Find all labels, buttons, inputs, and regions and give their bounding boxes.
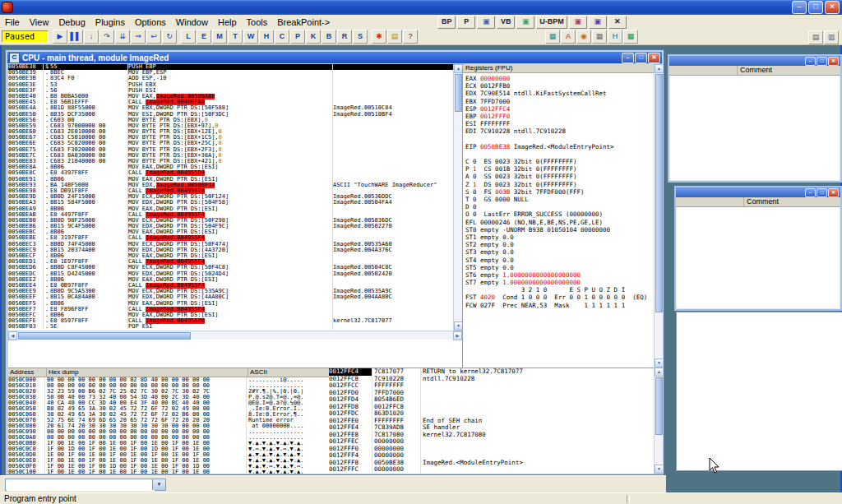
disasm-row[interactable]: 0050BE59.C683 97000000 00MOV BYTE PTR DS…: [8, 123, 453, 129]
breakpoint-red-icon[interactable]: ✱: [372, 30, 386, 44]
disasm-row[interactable]: 0050BE8C.E8 4397F8FFCALL ImageRed.004955…: [8, 170, 453, 176]
disasm-row[interactable]: 0050BEAB.E8 4497F8FFCALL ImageRed.004955…: [8, 212, 453, 218]
dump-row[interactable]: 0050C0E01F 00 1E 00 1F 00 1E 00 1F 00 1E…: [8, 458, 329, 464]
register-row[interactable]: EBX 7FFD7000: [465, 98, 655, 105]
dump-row[interactable]: 0050C0A000 00 00 00 00 00 00 00 00 00 00…: [8, 435, 329, 441]
bp-window-icon[interactable]: ▣: [477, 16, 495, 29]
comment-window-2-body[interactable]: [677, 207, 840, 308]
stack-scroll-thumb[interactable]: [655, 377, 663, 435]
vb-button[interactable]: VB: [497, 16, 515, 29]
dump-row[interactable]: 0050C09000 00 00 00 00 00 00 00 00 00 00…: [8, 429, 329, 435]
stack-row[interactable]: 0012FFEC00000000: [329, 438, 654, 446]
window-list-icon[interactable]: ▤: [808, 30, 823, 44]
disasm-row[interactable]: 0050BE98.E8 DB91F8FFCALL ImageRed.004950…: [8, 188, 453, 194]
maximize-button[interactable]: □: [808, 1, 823, 14]
menu-debug[interactable]: Debug: [53, 16, 90, 28]
window-tile-icon[interactable]: ▥: [824, 30, 839, 44]
menu-tools[interactable]: Tools: [242, 16, 273, 28]
help-icon[interactable]: ?: [403, 30, 418, 44]
register-row[interactable]: [465, 150, 655, 158]
ubpm-button[interactable]: U-BPM: [536, 16, 567, 29]
disasm-row[interactable]: 0050BE9D.8B0D 24F15000MOV ECX,DWORD PTR …: [8, 194, 453, 200]
animate-into-icon[interactable]: ⇊: [115, 30, 130, 44]
disasm-row[interactable]: 0050BE6E.C683 5C020000 00MOV BYTE PTR DS…: [8, 141, 453, 146]
cpu-minimize-button[interactable]: –: [622, 53, 634, 63]
menu-window[interactable]: Window: [171, 16, 213, 28]
stack-row[interactable]: 0012FFF80050BE38ImageRed.<ModuleEntryPoi…: [329, 460, 654, 467]
disasm-row[interactable]: 0050BE67.C683 C5010000 00MOV BYTE PTR DS…: [8, 135, 453, 141]
disasm-row[interactable]: 0050BED1.E8 1E97F8FFCALL ImageRed.004955…: [8, 259, 453, 265]
disasm-row[interactable]: 0050BE4A.8B1D 88F55000MOV EBX,DWORD PTR …: [8, 105, 453, 111]
rw2-restore-button[interactable]: □: [817, 188, 827, 197]
dump-row[interactable]: 0050C0F01F 00 1E 00 1F 00 1D 00 1F 00 1E…: [8, 464, 329, 469]
disasm-row[interactable]: 0050BE3B.83C4 F0ADD ESP,-10: [8, 76, 453, 81]
run-icon[interactable]: ▶: [53, 30, 67, 44]
tool-grid-teal-icon[interactable]: ▦: [545, 30, 560, 44]
registers-pane[interactable]: Registers (FPU) EAX 00000000ECX 0012FFB0…: [462, 64, 655, 368]
disasm-row[interactable]: 0050BEFE.E8 8597F8FFCALL ImageRed.004956…: [8, 318, 453, 324]
register-row[interactable]: D 0: [465, 203, 655, 210]
stack-pane[interactable]: 0012FFC47C817077RETURN to kernel32.7C817…: [329, 368, 654, 474]
dump-row[interactable]: 0050C02032 23 59 00 B6 02 7C 25 02 7C 30…: [8, 389, 329, 395]
window-h-button[interactable]: H: [259, 30, 274, 44]
dump-row[interactable]: 0050C06038 02 49 65 3A 30 02 45 72 72 6F…: [8, 412, 329, 418]
disasm-row[interactable]: 0050BE3E.53PUSH EBX: [8, 82, 453, 88]
dump-row[interactable]: 0050C00000 00 00 00 00 00 00 00 02 8D 40…: [8, 377, 329, 383]
register-row[interactable]: ST3 empty 0.0: [465, 248, 655, 256]
comment-column-header[interactable]: Comment: [744, 197, 840, 206]
dump-row[interactable]: 0050C01000 00 00 00 00 00 00 00 00 00 00…: [8, 383, 329, 389]
stack-row[interactable]: 0012FFF400000000: [329, 452, 654, 460]
disasm-row[interactable]: 0050BEFC.8B06MOV EAX,DWORD PTR DS:[ESI]: [8, 312, 453, 318]
comment-window-1-body[interactable]: [670, 76, 840, 180]
disasm-row[interactable]: 0050BECF.8B06MOV EAX,DWORD PTR DS:[ESI]: [8, 253, 453, 259]
register-row[interactable]: FCW 027F Prec NEAR,53 Mask 1 1 1 1 1 1: [465, 302, 655, 309]
disasm-row[interactable]: 0050BEA3.8B15 584F5000MOV EDX,DWORD PTR …: [8, 200, 453, 206]
register-row[interactable]: S 0 FS 003B 32bit 7FFDF000(FFF): [465, 188, 655, 196]
scroll-right-icon[interactable]: ▶: [453, 331, 462, 340]
register-row[interactable]: ESI FFFFFFFF: [465, 120, 655, 127]
minimize-button[interactable]: –: [792, 1, 807, 14]
register-row[interactable]: ST2 empty 0.0: [465, 241, 655, 248]
disasm-row[interactable]: 0050BEF5.8B06MOV EAX,DWORD PTR DS:[ESI]: [8, 301, 453, 307]
command-input[interactable]: [7, 480, 155, 491]
window-c-button[interactable]: C: [275, 30, 289, 44]
stack-row[interactable]: 0012FFF000000000: [329, 446, 654, 453]
stack-row[interactable]: 0012FFE87C817080kernel32.7C817080: [329, 432, 654, 439]
pause-icon[interactable]: ▌▌: [68, 30, 83, 44]
close-button[interactable]: ✕: [825, 1, 840, 14]
window-t-button[interactable]: T: [228, 30, 243, 44]
disasm-row[interactable]: 0050BE56.C603 00MOV BYTE PTR DS:[EBX],0: [8, 118, 453, 123]
register-row[interactable]: ST4 empty 0.0: [465, 257, 655, 264]
dump-row[interactable]: 0050C0B01F 00 1E 00 1F 00 1E 00 1F 00 1E…: [8, 441, 329, 446]
command-combobox[interactable]: ▼: [5, 479, 166, 491]
combo-dropdown-icon[interactable]: ▼: [152, 479, 165, 490]
window-b-button[interactable]: B: [322, 30, 336, 44]
registers-scroll-thumb[interactable]: [655, 74, 663, 312]
register-row[interactable]: ST1 empty 0.0: [465, 234, 655, 241]
window-s-button[interactable]: S: [353, 30, 368, 44]
register-row[interactable]: ST5 empty 0.0: [465, 264, 655, 271]
register-row[interactable]: EDX 7C90E514 ntdll.KiFastSystemCallRet: [465, 90, 655, 97]
stack-row[interactable]: 0012FFD07FFD7000: [329, 390, 654, 397]
refresh-icon[interactable]: ↻: [162, 30, 177, 44]
disasm-row[interactable]: 0050BEDC.8B15 D4245000MOV EDX,DWORD PTR …: [8, 271, 453, 277]
blank-column-header[interactable]: [676, 197, 744, 206]
register-row[interactable]: C 0 ES 0023 32bit 0(FFFFFFFF): [465, 158, 655, 165]
disasm-row[interactable]: 0050BE45.E8 56B1EFFFCALL ImageRed.00406F…: [8, 99, 453, 105]
bp-button[interactable]: BP: [437, 16, 456, 29]
tool-h-icon[interactable]: H: [608, 30, 622, 44]
disasm-hscroll-thumb[interactable]: [18, 332, 191, 340]
disasm-row[interactable]: 0050BE7C.C683 8A030000 00MOV BYTE PTR DS…: [8, 153, 453, 159]
register-row[interactable]: ST0 empty -UNORM B938 01050104 00000000: [465, 226, 655, 234]
window-m-button[interactable]: M: [212, 30, 227, 44]
disasm-row[interactable]: 0050BE39.8BECMOV EBP,ESP: [8, 70, 453, 76]
disasm-row[interactable]: 0050BE83.C683 21040000 00MOV BYTE PTR DS…: [8, 159, 453, 164]
tool-grid-green-icon[interactable]: ▦: [623, 30, 638, 44]
register-row[interactable]: EFL 00000246 (NO,NB,E,BE,NS,PE,GE,LE): [465, 219, 655, 226]
comment-window-2-titlebar[interactable]: – □ ✕: [676, 187, 840, 197]
register-row[interactable]: T 0 GS 0000 NULL: [465, 196, 655, 203]
disasm-row[interactable]: 0050BE50.8B35 DCF35000MOV ESI,DWORD PTR …: [8, 112, 453, 118]
stack-row[interactable]: 0012FFC87C910228ntdll.7C910228: [329, 376, 654, 383]
disasm-row[interactable]: 0050BE38$55PUSH EBP: [8, 64, 453, 70]
disasm-row[interactable]: 0050BE8A.8B06MOV EAX,DWORD PTR DS:[ESI]: [8, 164, 453, 170]
